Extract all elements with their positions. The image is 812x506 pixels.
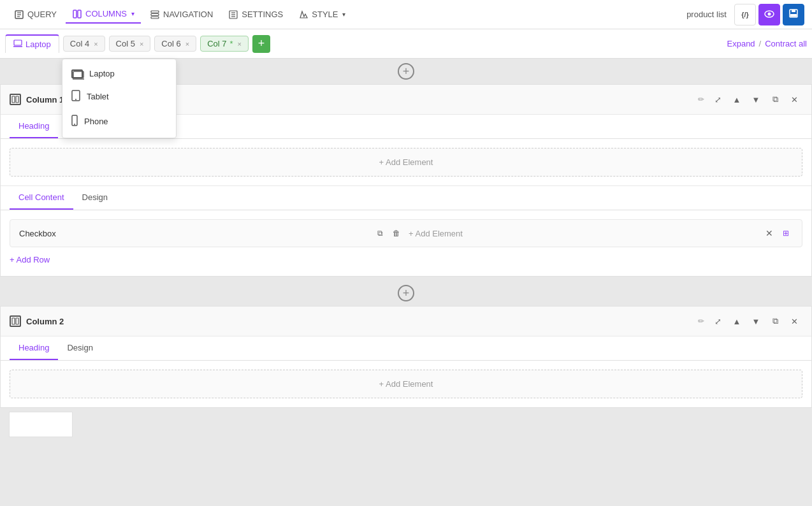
column2-expand-btn[interactable]: ⤢: [709, 313, 726, 329]
column2-add-element[interactable]: + Add Element: [10, 370, 802, 398]
column1-copy-btn[interactable]: ⧉: [767, 91, 783, 108]
code-button[interactable]: {/}: [734, 4, 756, 25]
checkbox-delete-btn[interactable]: 🗑: [389, 226, 403, 240]
svg-rect-29: [16, 318, 18, 324]
column2-down-btn[interactable]: ▼: [748, 313, 764, 329]
device-tab-laptop-label: Laptop: [25, 40, 51, 49]
column1-heading-body: + Add Element: [1, 139, 811, 185]
column2-design-tab[interactable]: Design: [58, 336, 101, 360]
dropdown-phone[interactable]: Phone: [62, 109, 176, 134]
dropdown-laptop[interactable]: Laptop: [62, 63, 176, 84]
checkbox-grid-btn[interactable]: ⊞: [779, 226, 793, 240]
add-section-icon-middle[interactable]: +: [398, 285, 414, 301]
col4-close[interactable]: ×: [94, 40, 98, 48]
query-icon: [14, 10, 24, 20]
tablet-dd-icon: [71, 90, 80, 103]
svg-rect-6: [151, 11, 159, 13]
query-label: QUERY: [27, 10, 57, 19]
svg-rect-7: [151, 13, 159, 15]
column2-copy-btn[interactable]: ⧉: [767, 313, 783, 329]
expand-link[interactable]: Expand: [727, 39, 755, 48]
columns-label: COLUMNS: [85, 9, 127, 18]
column2-icon: [10, 315, 21, 327]
svg-rect-27: [16, 96, 18, 103]
add-row-link[interactable]: + Add Row: [10, 252, 50, 267]
column2-panel: Column 2 ✏ ⤢ ▲ ▼ ⧉ ✕ Heading Design + Ad…: [0, 306, 812, 408]
phone-dd-label: Phone: [84, 117, 108, 126]
column1-heading-tab[interactable]: Heading: [10, 115, 58, 138]
checkbox-row: Checkbox ⧉ 🗑 + Add Element ✕ ⊞: [10, 219, 802, 247]
col5-chip[interactable]: Col 5 ×: [109, 36, 151, 52]
add-section-icon-top[interactable]: +: [398, 63, 414, 80]
col7-close[interactable]: ×: [238, 40, 242, 48]
navigation-label: NAVIGATION: [163, 10, 213, 19]
col4-label: Col 4: [70, 39, 89, 48]
style-dropdown-icon: ▾: [342, 11, 345, 18]
svg-rect-16: [792, 10, 795, 12]
columns-icon: [72, 9, 82, 19]
column2-heading-tab[interactable]: Heading: [10, 336, 58, 360]
laptop-icon: [13, 40, 22, 49]
nav-columns[interactable]: COLUMNS ▾: [66, 6, 141, 24]
column1-down-btn[interactable]: ▼: [748, 91, 764, 108]
code-icon: {/}: [741, 11, 749, 18]
dropdown-tablet[interactable]: Tablet: [62, 84, 176, 109]
column1-icon: [10, 94, 21, 105]
col6-label: Col 6: [161, 39, 180, 48]
column3-partial-panel: [9, 412, 73, 437]
device-dropdown-menu: Laptop Tablet Phone: [62, 59, 177, 138]
add-section-middle[interactable]: +: [0, 280, 812, 306]
laptop-dd-icon: [71, 69, 83, 78]
nav-settings[interactable]: SETTINGS: [222, 6, 289, 23]
add-element-inline[interactable]: + Add Element: [409, 229, 757, 238]
column1-cell-content-tab[interactable]: Cell Content: [10, 186, 73, 210]
style-icon: [298, 10, 308, 20]
column1-cell-design-tab[interactable]: Design: [73, 186, 117, 210]
svg-point-23: [75, 99, 76, 100]
column1-expand-btn[interactable]: ⤢: [709, 91, 726, 108]
contract-link[interactable]: Contract all: [765, 39, 807, 48]
column1-edit-icon[interactable]: ✏: [698, 95, 704, 104]
column1-up-btn[interactable]: ▲: [729, 91, 745, 108]
col7-chip[interactable]: Col 7 * ×: [200, 36, 249, 52]
column1-cell-body: Checkbox ⧉ 🗑 + Add Element ✕ ⊞ + Add Row: [1, 210, 811, 276]
tablet-dd-label: Tablet: [87, 92, 109, 101]
col7-star: *: [230, 39, 233, 48]
column1-add-element[interactable]: + Add Element: [10, 148, 802, 177]
col7-label: Col 7: [207, 39, 226, 48]
save-button[interactable]: [783, 4, 804, 25]
col5-close[interactable]: ×: [140, 40, 143, 48]
col5-label: Col 5: [116, 39, 135, 48]
col4-chip[interactable]: Col 4 ×: [63, 36, 105, 52]
checkbox-copy-btn[interactable]: ⧉: [373, 226, 387, 240]
add-column-button[interactable]: +: [252, 35, 270, 53]
eye-button[interactable]: [758, 4, 780, 25]
svg-point-14: [768, 12, 771, 15]
top-nav: QUERY COLUMNS ▾ NAVIGATION SETTINGS STYL…: [0, 0, 812, 29]
col6-close[interactable]: ×: [185, 40, 189, 48]
column1-cell-content-section: Cell Content Design Checkbox ⧉ 🗑 + Add E…: [1, 185, 811, 276]
column1-actions: ⤢ ▲ ▼ ⧉ ✕: [709, 91, 802, 108]
nav-query[interactable]: QUERY: [8, 6, 63, 23]
svg-rect-8: [151, 17, 159, 18]
column1-cell-tabs: Cell Content Design: [1, 186, 811, 210]
checkbox-action-btns: ⧉ 🗑: [373, 226, 403, 240]
phone-dd-icon: [71, 115, 78, 128]
checkbox-label: Checkbox: [19, 229, 368, 238]
sep: /: [759, 39, 762, 48]
column2-edit-icon[interactable]: ✏: [698, 317, 704, 326]
svg-rect-20: [73, 71, 83, 78]
col6-chip[interactable]: Col 6 ×: [154, 36, 196, 52]
navigation-icon: [150, 10, 160, 20]
checkbox-x-btn[interactable]: ✕: [762, 226, 776, 240]
column2-close-btn[interactable]: ✕: [786, 313, 802, 329]
column2-actions: ⤢ ▲ ▼ ⧉ ✕: [709, 313, 802, 329]
nav-navigation[interactable]: NAVIGATION: [143, 6, 219, 23]
add-icon: +: [258, 37, 265, 50]
nav-style[interactable]: STYLE ▾: [292, 6, 352, 23]
style-label: STYLE: [312, 10, 338, 19]
column2-up-btn[interactable]: ▲: [729, 313, 745, 329]
column1-close-btn[interactable]: ✕: [786, 91, 802, 108]
device-tab-laptop[interactable]: Laptop: [5, 34, 59, 53]
svg-rect-5: [78, 10, 81, 18]
